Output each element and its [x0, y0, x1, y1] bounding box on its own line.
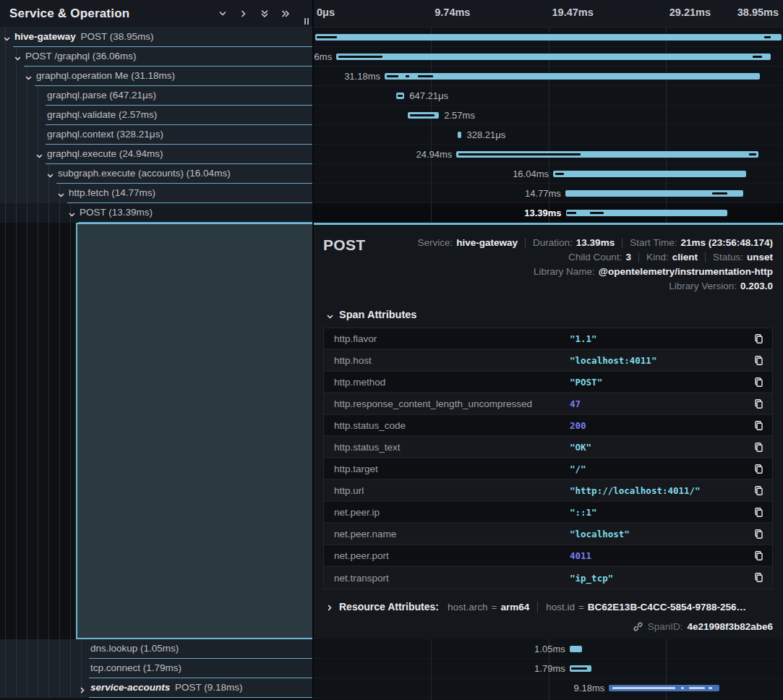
- indent-guide: [38, 86, 38, 106]
- copy-icon[interactable]: [753, 355, 765, 367]
- span-name-cell[interactable]: http.fetch (14.77ms): [0, 184, 314, 203]
- span-row: hive-gateway POST (38.95ms)38.95ms: [0, 27, 783, 47]
- span-duration-label: 14.77ms: [525, 188, 561, 199]
- indent-guide: [27, 659, 27, 678]
- span-timeline-cell: 1.79ms: [314, 659, 783, 678]
- span-duration-bar[interactable]: [458, 132, 462, 138]
- copy-icon[interactable]: [753, 529, 765, 540]
- collapse-one-icon[interactable]: [217, 8, 228, 19]
- header-bar: Service & Operation 0μs 9.74ms 19.4: [0, 0, 783, 27]
- span-name-cell[interactable]: POST (13.39ms): [0, 203, 314, 223]
- span-name-cell[interactable]: hive-gateway POST (38.95ms): [0, 27, 314, 47]
- expand-all-icon[interactable]: [280, 8, 291, 19]
- indent-guide: [48, 184, 49, 203]
- resource-pair: host.arch=arm64: [448, 602, 529, 612]
- span-name-cell[interactable]: graphql.parse (647.21μs): [0, 86, 314, 106]
- span-duration-label: 13.39ms: [524, 208, 561, 218]
- attribute-value: "localhost": [570, 529, 630, 539]
- indent-guide: [38, 106, 38, 125]
- copy-icon[interactable]: [753, 550, 765, 562]
- attribute-key: net.transport: [334, 573, 389, 584]
- attribute-key: http.status_code: [334, 420, 406, 431]
- chevron-down-icon[interactable]: [68, 209, 76, 217]
- meta-label: Library Version:: [669, 281, 737, 291]
- copy-icon[interactable]: [753, 398, 765, 410]
- copy-icon[interactable]: [753, 485, 765, 497]
- indent-guide: [38, 678, 38, 698]
- span-name-cell[interactable]: graphql.operation Me (31.18ms): [0, 67, 314, 86]
- copy-icon[interactable]: [753, 572, 765, 584]
- service-name: hive-gateway: [14, 31, 76, 42]
- column-resize-handle[interactable]: [304, 18, 309, 25]
- attribute-row: http.response_content_length_uncompresse…: [324, 393, 772, 415]
- chevron-down-icon[interactable]: [57, 189, 65, 197]
- span-label: POST /graphql (36.06ms): [25, 51, 137, 61]
- copy-icon[interactable]: [753, 333, 765, 345]
- axis-tick-2: 19.47ms: [552, 7, 594, 18]
- expand-one-icon[interactable]: [238, 8, 249, 19]
- span-attributes-header[interactable]: Span Attributes: [323, 309, 773, 320]
- attribute-key: http.host: [334, 355, 372, 366]
- attribute-key: http.response_content_length_uncompresse…: [334, 398, 532, 409]
- link-icon[interactable]: [633, 621, 643, 632]
- resource-attributes-row[interactable]: Resource Attributes: host.arch=arm64host…: [323, 601, 773, 612]
- span-duration-bar[interactable]: [336, 54, 771, 60]
- span-name-cell[interactable]: dns.lookup (1.05ms): [0, 639, 314, 659]
- span-timeline-cell: 1.05ms: [314, 639, 783, 659]
- span-name-cell[interactable]: graphql.execute (24.94ms): [0, 145, 314, 164]
- span-name-cell[interactable]: service-accounts POST (9.18ms): [0, 678, 314, 698]
- meta-value: unset: [747, 252, 773, 262]
- child-span-tick: [406, 75, 409, 77]
- child-span-tick: [749, 153, 756, 155]
- chevron-right-icon[interactable]: [79, 684, 87, 692]
- collapse-all-icon[interactable]: [259, 8, 270, 19]
- tree-toolbar: [217, 0, 291, 27]
- meta-label: Start Time:: [630, 237, 677, 248]
- attribute-value: 4011: [570, 550, 591, 561]
- detail-meta-line: Library Name:@opentelemetry/instrumentat…: [534, 266, 773, 277]
- indent-guide: [70, 639, 71, 659]
- meta-value: client: [672, 252, 698, 262]
- span-label: service-accounts POST (9.18ms): [90, 682, 243, 693]
- indent-guide: [16, 639, 17, 659]
- indent-guide: [16, 86, 17, 106]
- meta-value: 21ms (23:56:48.174): [680, 237, 773, 248]
- span-name-cell[interactable]: graphql.validate (2.57ms): [0, 106, 314, 125]
- span-duration-bar[interactable]: [315, 34, 782, 40]
- indent-guide: [81, 659, 82, 678]
- span-duration-bar[interactable]: [385, 73, 760, 80]
- indent-guide: [5, 145, 6, 164]
- span-timeline-cell: 9.18ms: [314, 678, 783, 698]
- meta-value: 13.39ms: [576, 237, 615, 248]
- chevron-down-icon[interactable]: [14, 53, 22, 61]
- copy-icon[interactable]: [753, 420, 765, 432]
- span-name-cell[interactable]: subgraph.execute (accounts) (16.04ms): [0, 164, 314, 184]
- indent-guide: [27, 125, 27, 145]
- span-timeline-cell: 16.04ms: [314, 164, 783, 184]
- chevron-down-icon[interactable]: [3, 33, 11, 41]
- span-timeline-cell: 328.21μs: [314, 125, 783, 145]
- child-span-tick: [590, 212, 604, 214]
- indent-guide: [5, 184, 6, 203]
- copy-icon[interactable]: [753, 377, 765, 388]
- span-duration-label: 2.57ms: [444, 110, 475, 121]
- attribute-key: net.peer.name: [334, 529, 396, 539]
- span-duration-label: 24.94ms: [416, 149, 452, 160]
- copy-icon[interactable]: [753, 507, 765, 518]
- indent-guide: [16, 659, 17, 678]
- chevron-down-icon[interactable]: [25, 72, 33, 80]
- attribute-value: "::1": [570, 507, 597, 518]
- span-name-cell[interactable]: POST /graphql (36.06ms): [0, 47, 314, 67]
- span-duration-bar[interactable]: [553, 171, 746, 177]
- span-row: graphql.operation Me (31.18ms)31.18ms: [0, 67, 783, 86]
- chevron-down-icon[interactable]: [35, 150, 43, 158]
- span-duration-bar[interactable]: [570, 646, 583, 652]
- span-name-cell[interactable]: graphql.context (328.21μs): [0, 125, 314, 145]
- copy-icon[interactable]: [753, 464, 765, 475]
- span-label: graphql.parse (647.21μs): [47, 90, 156, 101]
- span-name-cell[interactable]: tcp.connect (1.79ms): [0, 659, 314, 678]
- span-duration-label: 647.21μs: [409, 90, 448, 101]
- chevron-down-icon[interactable]: [46, 170, 54, 178]
- copy-icon[interactable]: [753, 442, 765, 453]
- span-duration-label: 328.21μs: [466, 129, 505, 140]
